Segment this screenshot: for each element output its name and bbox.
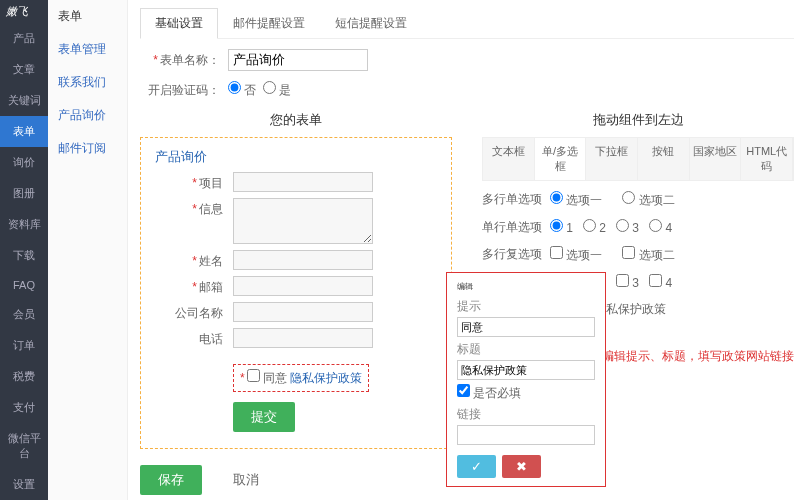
subnav-title: 表单 <box>48 0 127 33</box>
rail-item-6[interactable]: 资料库 <box>0 209 48 240</box>
popup-title: 编辑 <box>457 281 595 292</box>
tab-1[interactable]: 邮件提醒设置 <box>218 8 320 38</box>
component-tab-3[interactable]: 按钮 <box>638 138 690 180</box>
rail-item-4[interactable]: 询价 <box>0 147 48 178</box>
popup-hint-label: 提示 <box>457 298 595 315</box>
rail-item-5[interactable]: 图册 <box>0 178 48 209</box>
subnav-item-1[interactable]: 联系我们 <box>48 66 127 99</box>
popup-ok-button[interactable]: ✓ <box>457 455 496 478</box>
edit-popup: 编辑 提示 标题 是否必填 链接 ✓ ✖ <box>446 272 606 487</box>
rail-item-14[interactable]: 设置 <box>0 469 48 500</box>
lab-company: 公司名称 <box>155 302 223 322</box>
popup-titlefield-label: 标题 <box>457 341 595 358</box>
in-phone[interactable] <box>233 328 373 348</box>
in-name[interactable] <box>233 250 373 270</box>
form-name-input[interactable] <box>228 49 368 71</box>
single-radio-2[interactable]: 2 <box>583 219 606 235</box>
tab-2[interactable]: 短信提醒设置 <box>320 8 422 38</box>
component-type-tabs: 文本框单/多选框下拉框按钮国家地区HTML代码 <box>482 137 794 181</box>
rail-item-9[interactable]: 会员 <box>0 299 48 330</box>
lab-item: 项目 <box>155 172 223 192</box>
popup-link-label: 链接 <box>457 406 595 423</box>
rail-item-1[interactable]: 文章 <box>0 54 48 85</box>
multi-check-label: 多行复选项 <box>482 246 542 263</box>
component-tab-1[interactable]: 单/多选框 <box>535 138 587 180</box>
lab-info: 信息 <box>155 198 223 218</box>
logo: 嫩飞 <box>0 0 48 23</box>
captcha-yes[interactable]: 是 <box>263 81 291 99</box>
form-name-label: 表单名称： <box>140 52 220 69</box>
subnav: 表单 表单管理联系我们产品询价邮件订阅 <box>48 0 128 500</box>
agree-block[interactable]: 同意 隐私保护政策 <box>233 364 369 392</box>
subnav-item-0[interactable]: 表单管理 <box>48 33 127 66</box>
popup-link-input[interactable] <box>457 425 595 445</box>
subnav-item-2[interactable]: 产品询价 <box>48 99 127 132</box>
submit-button[interactable]: 提交 <box>233 402 295 432</box>
component-tab-5[interactable]: HTML代码 <box>741 138 793 180</box>
component-tab-2[interactable]: 下拉框 <box>586 138 638 180</box>
lab-email: 邮箱 <box>155 276 223 296</box>
component-tab-0[interactable]: 文本框 <box>483 138 535 180</box>
single-radio-3[interactable]: 3 <box>616 219 639 235</box>
agree-checkbox[interactable] <box>247 369 260 382</box>
single-radio-label: 单行单选项 <box>482 219 542 236</box>
opt-radio-1[interactable]: 选项一 <box>550 191 602 209</box>
save-button[interactable]: 保存 <box>140 465 202 495</box>
rail-item-0[interactable]: 产品 <box>0 23 48 54</box>
popup-titlefield-input[interactable] <box>457 360 595 380</box>
single-radio-4[interactable]: 4 <box>649 219 672 235</box>
form-heading: 您的表单 <box>140 111 452 129</box>
captcha-label: 开启验证码： <box>140 82 220 99</box>
check-num-3[interactable]: 3 <box>616 274 639 290</box>
lab-phone: 电话 <box>155 328 223 348</box>
rail-item-7[interactable]: 下载 <box>0 240 48 271</box>
multi-radio-label: 多行单选项 <box>482 191 542 208</box>
rail-item-13[interactable]: 微信平台 <box>0 423 48 469</box>
rail-item-11[interactable]: 税费 <box>0 361 48 392</box>
check-num-4[interactable]: 4 <box>649 274 672 290</box>
popup-cancel-button[interactable]: ✖ <box>502 455 541 478</box>
in-email[interactable] <box>233 276 373 296</box>
opt-check-1[interactable]: 选项一 <box>550 246 602 264</box>
popup-required[interactable]: 是否必填 <box>457 384 595 402</box>
form-title: 产品询价 <box>155 148 437 166</box>
annotation-note: 编辑提示、标题，填写政策网站链接 <box>602 348 794 365</box>
subnav-item-3[interactable]: 邮件订阅 <box>48 132 127 165</box>
form-preview: 产品询价 项目 信息 姓名 邮箱 公司名称 电话 同意 隐私保护政策 提交 <box>140 137 452 449</box>
single-radio-1[interactable]: 1 <box>550 219 573 235</box>
popup-hint-input[interactable] <box>457 317 595 337</box>
rail-item-12[interactable]: 支付 <box>0 392 48 423</box>
component-tab-4[interactable]: 国家地区 <box>690 138 742 180</box>
cancel-button[interactable]: 取消 <box>215 465 277 495</box>
rail-item-10[interactable]: 订单 <box>0 330 48 361</box>
opt-radio-2[interactable]: 选项二 <box>622 191 674 209</box>
main: 基础设置邮件提醒设置短信提醒设置 表单名称： 开启验证码： 否 是 您的表单 产… <box>128 0 806 500</box>
rail-item-2[interactable]: 关键词 <box>0 85 48 116</box>
opt-check-2[interactable]: 选项二 <box>622 246 674 264</box>
tabs: 基础设置邮件提醒设置短信提醒设置 <box>140 8 794 39</box>
left-rail: 嫩飞 产品文章关键词表单询价图册资料库下载FAQ会员订单税费支付微信平台设置 返… <box>0 0 48 500</box>
in-item[interactable] <box>233 172 373 192</box>
rail-item-8[interactable]: FAQ <box>0 271 48 299</box>
lab-name: 姓名 <box>155 250 223 270</box>
palette-heading: 拖动组件到左边 <box>482 111 794 129</box>
in-info[interactable] <box>233 198 373 244</box>
captcha-no[interactable]: 否 <box>228 81 256 99</box>
rail-item-3[interactable]: 表单 <box>0 116 48 147</box>
in-company[interactable] <box>233 302 373 322</box>
tab-0[interactable]: 基础设置 <box>140 8 218 39</box>
